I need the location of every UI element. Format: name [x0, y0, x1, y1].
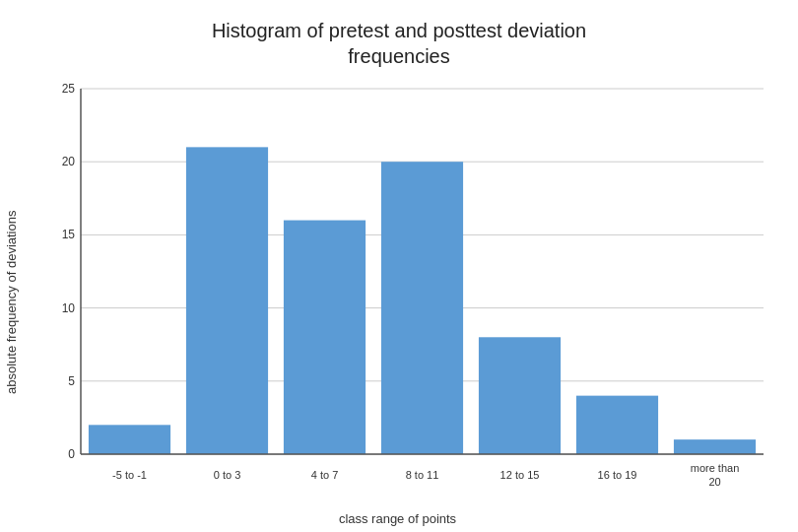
svg-text:0: 0	[68, 447, 75, 461]
svg-rect-16	[284, 221, 366, 454]
plot-area: 0510152025-5 to -10 to 34 to 78 to 1112 …	[27, 79, 798, 526]
svg-text:8 to 11: 8 to 11	[406, 469, 439, 481]
svg-text:12 to 15: 12 to 15	[500, 469, 540, 481]
svg-text:16 to 19: 16 to 19	[598, 469, 637, 481]
svg-text:-5 to -1: -5 to -1	[112, 469, 147, 481]
svg-text:0 to 3: 0 to 3	[214, 469, 241, 481]
svg-text:15: 15	[62, 228, 76, 241]
svg-rect-22	[576, 396, 658, 454]
svg-rect-18	[381, 162, 463, 454]
svg-text:more than: more than	[691, 462, 740, 474]
svg-text:10: 10	[62, 301, 76, 315]
svg-text:20: 20	[62, 155, 76, 168]
chart-container: Histogram of pretest and posttest deviat…	[0, 0, 798, 532]
chart-svg: 0510152025-5 to -10 to 34 to 78 to 1112 …	[36, 79, 778, 507]
title-line2: frequencies	[348, 45, 449, 67]
y-axis-label: absolute frequency of deviations	[0, 79, 27, 526]
svg-rect-20	[479, 337, 561, 454]
svg-text:5: 5	[68, 374, 75, 388]
svg-rect-12	[89, 425, 170, 454]
svg-text:4 to 7: 4 to 7	[311, 469, 339, 481]
chart-area: absolute frequency of deviations 0510152…	[0, 79, 798, 532]
title-line1: Histogram of pretest and posttest deviat…	[212, 20, 586, 41]
svg-rect-14	[186, 147, 268, 454]
svg-text:25: 25	[62, 82, 76, 96]
x-axis-label: class range of points	[36, 511, 778, 526]
grid-and-bars: 0510152025-5 to -10 to 34 to 78 to 1112 …	[36, 79, 778, 507]
svg-text:20: 20	[708, 476, 720, 488]
chart-title: Histogram of pretest and posttest deviat…	[212, 18, 586, 69]
svg-rect-24	[674, 439, 756, 454]
